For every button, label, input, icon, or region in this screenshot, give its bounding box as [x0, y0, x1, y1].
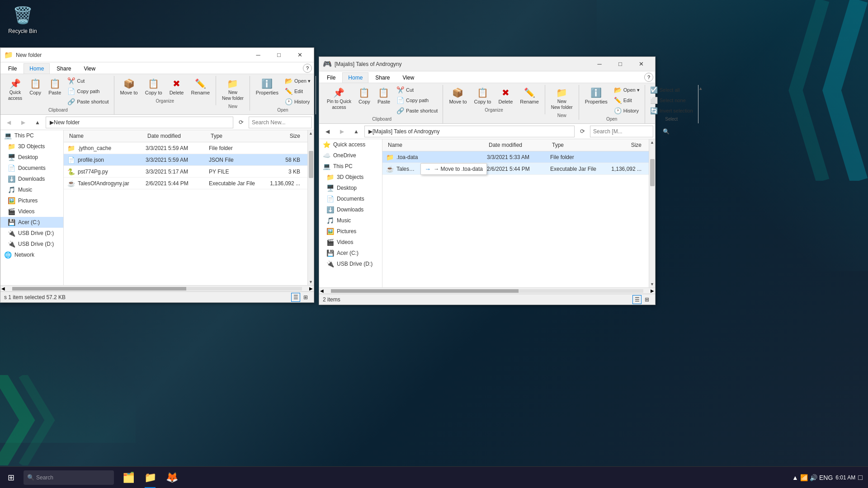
selectnone-btn-2[interactable]: ⬜ Select none: [648, 95, 695, 105]
col-type-1[interactable]: Type: [209, 130, 268, 142]
address-path-1[interactable]: ▶ New folder: [46, 117, 233, 128]
properties-btn-2[interactable]: ℹ️ Properties: [582, 85, 611, 107]
scroll-thumb-2[interactable]: [650, 159, 655, 186]
taskbar-file-explorer[interactable]: 📁: [139, 467, 161, 488]
window1-maximize[interactable]: □: [269, 48, 289, 62]
sidebar-item-thispc-2[interactable]: 💻 This PC: [319, 161, 382, 172]
hscroll-thumb-2[interactable]: [331, 289, 519, 293]
sidebar-item-music-1[interactable]: 🎵 Music: [0, 184, 63, 195]
view-details-1[interactable]: ☰: [291, 293, 300, 302]
copy-btn-2[interactable]: 📋 Copy: [355, 85, 373, 107]
hscroll-right-1[interactable]: ▶: [308, 286, 314, 291]
back-btn-1[interactable]: ◀: [2, 117, 15, 128]
forward-btn-2[interactable]: ▶: [335, 126, 348, 137]
window1-minimize[interactable]: ─: [248, 48, 269, 62]
volume-tray-icon[interactable]: 🔊: [810, 474, 817, 481]
tab-share-2[interactable]: Share: [369, 72, 396, 83]
hscroll-left-2[interactable]: ◀: [319, 288, 325, 293]
sidebar-item-usbd2-1[interactable]: 🔌 USB Drive (D:): [0, 239, 63, 249]
taskbar-clock[interactable]: 6:01 AM: [835, 474, 855, 481]
address-path-2[interactable]: ▶ [Majalis] Tales of Androgyny: [364, 126, 575, 137]
hscroll-left-1[interactable]: ◀: [0, 286, 6, 291]
edit-btn-1[interactable]: ✏️ Edit: [283, 86, 313, 96]
properties-btn-1[interactable]: ℹ️ Properties: [253, 76, 282, 98]
window2-close[interactable]: ✕: [631, 57, 651, 71]
sidebar-item-thispc-1[interactable]: 💻 This PC: [0, 130, 63, 141]
scroll-down-1[interactable]: ▼: [308, 279, 314, 285]
paste-btn-2[interactable]: 📋 Paste: [374, 85, 393, 107]
cut-btn-2[interactable]: ✂️ Cut: [394, 85, 440, 95]
scroll-up-2[interactable]: ▲: [649, 139, 656, 145]
scroll-up-1[interactable]: ▲: [308, 130, 314, 136]
window2-minimize[interactable]: ─: [589, 57, 610, 71]
refresh-btn-1[interactable]: ⟳: [235, 117, 247, 128]
sidebar-item-music-2[interactable]: 🎵 Music: [319, 215, 382, 226]
history-btn-1[interactable]: 🕐 History: [283, 97, 313, 107]
newfolder-btn-2[interactable]: 📁 New New folder: [548, 85, 576, 112]
scroll-down-2[interactable]: ▼: [649, 281, 656, 287]
up-btn-1[interactable]: ▲: [31, 117, 44, 128]
col-size-2[interactable]: Size: [609, 139, 645, 151]
sidebar-item-desktop-2[interactable]: 🖥️ Desktop: [319, 183, 382, 193]
view-large-2[interactable]: ⊞: [642, 295, 651, 304]
rename-btn-1[interactable]: ✏️ Rename: [188, 76, 213, 98]
file-row-jar[interactable]: ☕ TalesOfAndrogyny.jar 2/6/2021 5:44 PM …: [64, 178, 307, 189]
selectall-btn-2[interactable]: ☑️ Select all: [648, 85, 695, 95]
sidebar-item-network-1[interactable]: 🌐 Network: [0, 249, 63, 260]
back-btn-2[interactable]: ◀: [321, 126, 334, 137]
sidebar-item-desktop-1[interactable]: 🖥️ Desktop: [0, 152, 63, 163]
sidebar-item-documents-2[interactable]: 📄 Documents: [319, 193, 382, 204]
sidebar-item-acerc-1[interactable]: 💾 Acer (C:): [0, 217, 63, 228]
file-row-py[interactable]: 🐍 pst774Pg.py 3/3/2021 5:17 AM PY FILE 3…: [64, 166, 307, 178]
view-details-2[interactable]: ☰: [632, 295, 642, 304]
sidebar-item-downloads-2[interactable]: ⬇️ Downloads: [319, 204, 382, 215]
help-btn-2[interactable]: ?: [644, 73, 653, 82]
network-tray-icon[interactable]: 📶: [800, 474, 808, 481]
tray-up-icon[interactable]: ▲: [792, 474, 798, 481]
refresh-btn-2[interactable]: ⟳: [576, 126, 588, 137]
tab-share-1[interactable]: Share: [51, 63, 77, 74]
sidebar-item-usbd-2[interactable]: 🔌 USB Drive (D:): [319, 258, 382, 269]
copypath-btn-2[interactable]: 📄 Copy path: [394, 95, 440, 105]
delete-btn-2[interactable]: ✖ Delete: [495, 85, 516, 107]
tab-file-1[interactable]: File: [2, 63, 23, 74]
copy-btn-1[interactable]: 📋 Copy: [26, 76, 44, 98]
sidebar-item-videos-2[interactable]: 🎬 Videos: [319, 237, 382, 248]
history-btn-2[interactable]: 🕐 History: [612, 106, 642, 116]
lang-tray[interactable]: ENG: [819, 474, 833, 481]
taskbar-firefox[interactable]: 🦊: [161, 467, 183, 488]
moveto-btn-1[interactable]: 📦 Move to: [117, 76, 141, 98]
pasteshortcut-btn-2[interactable]: 🔗 Paste shortcut: [394, 106, 440, 116]
taskbar-search[interactable]: 🔍 Search: [24, 470, 114, 485]
delete-btn-1[interactable]: ✖ Delete: [166, 76, 187, 98]
tab-home-2[interactable]: Home: [342, 72, 368, 83]
newfolder-btn-1[interactable]: 📁 New New folder: [219, 76, 247, 103]
tab-view-1[interactable]: View: [78, 63, 101, 74]
sidebar-item-usbd-1[interactable]: 🔌 USB Drive (D:): [0, 228, 63, 239]
hscroll-thumb-1[interactable]: [12, 287, 186, 291]
search-input-1[interactable]: [252, 119, 320, 126]
forward-btn-1[interactable]: ▶: [17, 117, 29, 128]
moveto-btn-2[interactable]: 📦 Move to: [446, 85, 470, 107]
col-size-1[interactable]: Size: [268, 130, 304, 142]
window1-close[interactable]: ✕: [289, 48, 310, 62]
window2-maximize[interactable]: □: [610, 57, 631, 71]
up-btn-2[interactable]: ▲: [350, 126, 363, 137]
rename-btn-2[interactable]: ✏️ Rename: [517, 85, 542, 107]
taskbar-task-view[interactable]: 🗂️: [118, 467, 139, 488]
sidebar-item-downloads-1[interactable]: ⬇️ Downloads: [0, 174, 63, 184]
invertselection-btn-2[interactable]: 🔄 Invert selection: [648, 106, 695, 116]
pintoquick-btn-2[interactable]: 📌 Pin to Quick access: [324, 85, 354, 112]
ribbon-collapse-2[interactable]: ▲: [698, 86, 703, 91]
col-name-2[interactable]: Name: [386, 139, 487, 151]
start-button[interactable]: ⊞: [0, 467, 22, 488]
copyto-btn-1[interactable]: 📋 Copy to: [142, 76, 165, 98]
sidebar-item-pictures-2[interactable]: 🖼️ Pictures: [319, 226, 382, 237]
tab-home-1[interactable]: Home: [24, 63, 50, 74]
scroll-thumb-1[interactable]: [309, 151, 313, 178]
copypath-btn-1[interactable]: 📄 Copy path: [65, 86, 111, 96]
sidebar-item-3dobjects-2[interactable]: 📁 3D Objects: [319, 172, 382, 183]
open-btn-1[interactable]: 📂 Open ▾: [283, 76, 313, 86]
notification-icon[interactable]: □: [858, 474, 863, 482]
file-row-jar2[interactable]: ☕ TalesOfAndrogyny.jar → → Move to .toa-…: [382, 163, 649, 175]
